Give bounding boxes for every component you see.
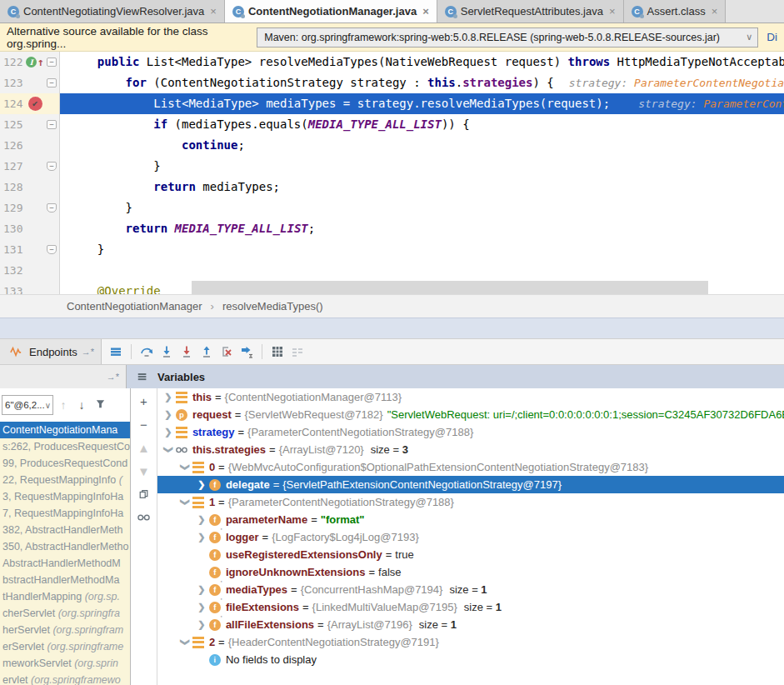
breakpoint-icon[interactable]: ✔ xyxy=(25,97,45,111)
implements-method-icon: I↑ xyxy=(25,56,45,68)
restore-layout-icon[interactable] xyxy=(288,342,307,361)
variable-row-ignoreUnknownExtensions[interactable]: fignoreUnknownExtensions=false xyxy=(157,563,784,581)
thread-selector-dropdown[interactable]: 6"@6,2...∨ xyxy=(2,395,53,415)
close-icon[interactable]: × xyxy=(210,5,217,18)
frame-row[interactable]: 22, RequestMappingInfo ( xyxy=(0,472,130,488)
gutter: 124✔ xyxy=(0,93,60,114)
variable-row-fileExtensions[interactable]: ❯ffileExtensions={LinkedMultiValueMap@71… xyxy=(157,598,784,616)
filter-icon[interactable] xyxy=(92,398,108,412)
chevron-collapsed-icon[interactable]: ❯ xyxy=(196,619,207,630)
breadcrumb-method[interactable]: resolveMediaTypes() xyxy=(222,300,323,312)
variables-menu-icon[interactable] xyxy=(133,368,152,386)
code-line-129: 129− } xyxy=(0,198,784,218)
variable-row-1[interactable]: ❯1={ParameterContentNegotiationStrategy@… xyxy=(157,493,784,511)
drop-frame-icon[interactable] xyxy=(217,342,236,361)
fold-marker[interactable]: − xyxy=(45,162,58,171)
chevron-expanded-icon[interactable]: ❯ xyxy=(179,637,190,648)
breadcrumb-class[interactable]: ContentNegotiationManager xyxy=(67,300,202,312)
evaluate-expression-icon[interactable] xyxy=(268,342,287,361)
frame-row[interactable]: s:262, ProducesRequestCo xyxy=(0,438,130,455)
chevron-expanded-icon[interactable]: ❯ xyxy=(179,462,190,473)
variable-row[interactable]: iNo fields to display xyxy=(157,651,784,668)
step-over-icon[interactable] xyxy=(137,342,156,361)
chevron-collapsed-icon[interactable]: ❯ xyxy=(196,602,207,612)
chevron-collapsed-icon[interactable]: ❯ xyxy=(196,532,207,542)
variable-row-delegate[interactable]: ❯fdelegate={ServletPathExtensionContentN… xyxy=(157,476,784,493)
chevron-collapsed-icon[interactable]: ❯ xyxy=(196,584,207,595)
frame-row[interactable]: AbstractHandlerMethodM xyxy=(0,555,130,572)
frame-row[interactable]: bstractHandlerMethodMa xyxy=(0,572,130,588)
chevron-expanded-icon[interactable]: ❯ xyxy=(179,497,190,508)
variable-row-this[interactable]: ❯this={ContentNegotiationManager@7113} xyxy=(157,388,784,406)
show-watches-icon[interactable] xyxy=(134,508,152,527)
variable-row-useRegisteredExtensionsOnly[interactable]: fuseRegisteredExtensionsOnly=true xyxy=(157,546,784,563)
editor-tab[interactable]: CContentNegotiatingViewResolver.java× xyxy=(0,0,225,22)
variable-row-logger[interactable]: ❯flogger={LogFactory$Log4jLog@7193} xyxy=(157,528,784,546)
editor-tab[interactable]: CServletRequestAttributes.java× xyxy=(437,0,624,22)
variable-row-strategy[interactable]: ❯strategy={ParameterContentNegotiationSt… xyxy=(157,423,784,441)
frame-row[interactable]: 99, ProducesRequestCond xyxy=(0,455,130,472)
editor-tab[interactable]: CContentNegotiationManager.java× xyxy=(225,0,437,22)
debug-body: 6"@6,2...∨↑↓ ContentNegotiationManas:262… xyxy=(0,388,784,685)
fold-marker[interactable]: − xyxy=(45,120,58,129)
frame-row[interactable]: tHandlerMapping (org.sp. xyxy=(0,588,130,605)
variable-row-allFileExtensions[interactable]: ❯fallFileExtensions={ArrayList@7196}size… xyxy=(157,616,784,633)
frame-row[interactable]: meworkServlet (org.sprin xyxy=(0,655,130,672)
frame-row[interactable]: cherServlet (org.springfra xyxy=(0,605,130,622)
variable-name: parameterName xyxy=(226,513,307,526)
disable-link[interactable]: Di xyxy=(767,31,777,43)
view-menu-icon[interactable] xyxy=(107,342,125,361)
chevron-collapsed-icon[interactable]: ❯ xyxy=(162,427,174,438)
notification-bar: Alternative source available for the cla… xyxy=(0,23,784,52)
editor-tab[interactable]: CAssert.class× xyxy=(624,0,727,22)
variable-row-2[interactable]: ❯2={HeaderContentNegotiationStrategy@719… xyxy=(157,633,784,651)
chevron-collapsed-icon[interactable]: ❯ xyxy=(196,479,207,490)
close-icon[interactable]: × xyxy=(712,5,718,18)
frame-row[interactable]: ContentNegotiationMana xyxy=(0,422,130,438)
duplicate-icon[interactable] xyxy=(134,485,152,503)
frame-down-icon[interactable]: ↓ xyxy=(73,398,90,412)
step-into-icon[interactable] xyxy=(157,342,176,361)
force-step-into-icon[interactable] xyxy=(177,342,196,361)
fold-marker[interactable]: − xyxy=(45,203,58,212)
tab-endpoints[interactable]: Endpoints →* xyxy=(0,339,102,364)
frame-row[interactable]: erServlet (org.springframe xyxy=(0,638,130,655)
frame-row[interactable]: ervlet (org.springframewo xyxy=(0,672,130,685)
alternative-source-dropdown[interactable]: Maven: org.springframework:spring-web:5.… xyxy=(257,28,758,48)
variable-name: useRegisteredExtensionsOnly xyxy=(226,548,382,561)
variable-row-0[interactable]: ❯0={WebMvcAutoConfiguration$OptionalPath… xyxy=(157,458,784,476)
fold-marker[interactable]: − xyxy=(45,245,58,254)
chevron-down-icon: ∨ xyxy=(45,401,51,410)
frame-row[interactable]: 382, AbstractHandlerMeth xyxy=(0,522,130,538)
dropdown-value: Maven: org.springframework:spring-web:5.… xyxy=(264,32,720,43)
chevron-collapsed-icon[interactable]: ❯ xyxy=(162,409,174,420)
equals-sign: = xyxy=(270,478,283,491)
variable-row-this.strategies[interactable]: ❯this.strategies={ArrayList@7120}size = … xyxy=(157,441,784,458)
add-watch-icon[interactable]: + xyxy=(134,392,152,410)
variable-string-value: "format" xyxy=(321,513,365,526)
code-text: } xyxy=(60,156,784,177)
chevron-collapsed-icon[interactable]: ❯ xyxy=(196,514,207,525)
code-line-133: 133 @Override xyxy=(0,281,784,294)
close-icon[interactable]: × xyxy=(422,5,429,18)
frame-row[interactable]: 7, RequestMappingInfoHa xyxy=(0,505,130,522)
run-to-cursor-icon[interactable] xyxy=(237,342,256,361)
equals-sign: = xyxy=(212,391,225,403)
chevron-expanded-icon[interactable]: ❯ xyxy=(162,444,173,456)
frame-row[interactable]: 3, RequestMappingInfoHa xyxy=(0,488,130,505)
fold-marker[interactable]: − xyxy=(45,58,58,67)
step-out-icon[interactable] xyxy=(197,342,216,361)
tab-label: ContentNegotiationManager.java xyxy=(248,5,417,18)
variable-row-request[interactable]: ❯prequest={ServletWebRequest@7182}"Servl… xyxy=(157,406,784,423)
variable-row-parameterName[interactable]: ❯fparameterName="format" xyxy=(157,511,784,528)
equals-sign: = xyxy=(307,513,321,526)
frame-row[interactable]: herServlet (org.springfram xyxy=(0,622,130,638)
remove-watch-icon[interactable]: − xyxy=(134,415,152,433)
chevron-collapsed-icon[interactable]: ❯ xyxy=(162,392,174,402)
value-icon xyxy=(176,392,187,403)
frame-row[interactable]: 350, AbstractHandlerMetho xyxy=(0,538,130,555)
close-icon[interactable]: × xyxy=(609,5,616,18)
variable-row-mediaTypes[interactable]: ❯fmediaTypes={ConcurrentHashMap@7194}siz… xyxy=(157,581,784,598)
fold-marker[interactable]: − xyxy=(45,78,58,88)
breakpoint-icon[interactable]: ✔ xyxy=(28,97,42,111)
